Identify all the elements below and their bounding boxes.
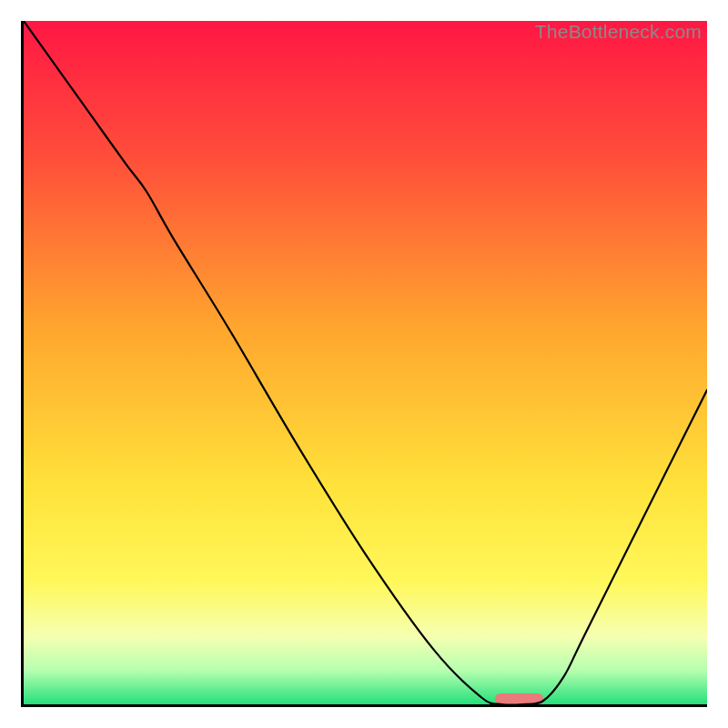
chart-frame: TheBottleneck.com — [21, 21, 707, 707]
x-axis — [21, 704, 707, 707]
bottleneck-curve — [24, 21, 707, 704]
plot-area: TheBottleneck.com — [24, 21, 707, 704]
